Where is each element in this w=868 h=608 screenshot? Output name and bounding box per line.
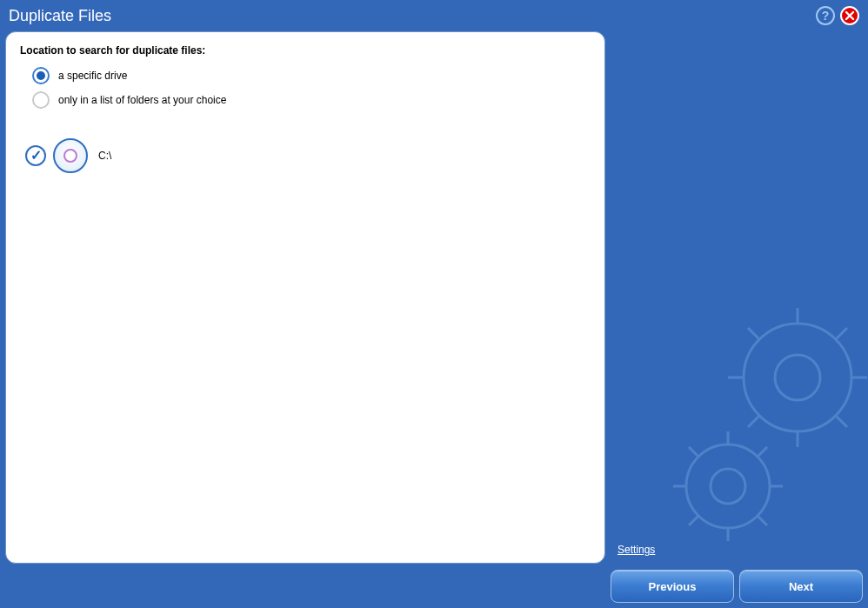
next-button[interactable]: Next [739,570,863,603]
drive-icon[interactable] [53,138,88,173]
svg-line-17 [689,516,698,525]
svg-point-11 [686,444,770,528]
radio-specific-drive[interactable]: a specific drive [32,67,591,84]
svg-line-5 [836,416,847,427]
gears-icon [654,295,868,556]
svg-line-19 [689,447,698,457]
radio-icon [32,91,50,109]
check-icon: ✓ [30,149,42,163]
footer-nav: Previous Next [611,570,863,603]
radio-folder-list[interactable]: only in a list of folders at your choice [32,91,591,109]
drive-checkbox[interactable]: ✓ [25,145,46,166]
svg-point-10 [711,469,745,504]
svg-line-7 [748,416,759,427]
radio-icon [32,67,50,84]
svg-line-3 [836,328,847,339]
radio-label: only in a list of folders at your choice [58,94,226,106]
section-heading: Location to search for duplicate files: [20,44,591,57]
svg-line-15 [758,516,767,525]
svg-line-9 [748,328,759,339]
help-icon[interactable]: ? [816,6,835,25]
close-icon[interactable] [840,6,859,25]
drive-label: C:\ [98,150,111,162]
header-icons: ? [816,6,859,25]
radio-label: a specific drive [58,70,127,82]
side-area: Settings [611,31,863,565]
svg-point-0 [775,355,820,400]
page-title: Duplicate Files [9,7,816,25]
previous-button[interactable]: Previous [611,570,734,603]
svg-point-1 [744,324,851,431]
drive-row: ✓ C:\ [25,138,591,173]
disc-icon [63,149,77,163]
title-bar: Duplicate Files ? [0,0,868,31]
settings-link[interactable]: Settings [618,544,655,556]
main-panel: Location to search for duplicate files: … [5,31,605,564]
svg-line-13 [758,447,767,457]
